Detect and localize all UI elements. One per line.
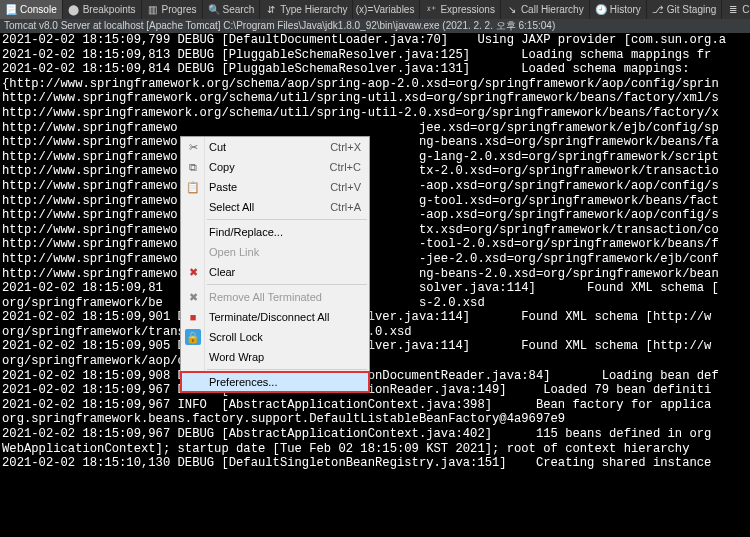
menu-item-label: Terminate/Disconnect All	[209, 311, 329, 323]
console-line: 2021-02-02 18:15:09,967 DEBUG [AbstractB…	[2, 383, 748, 398]
menu-cut[interactable]: ✂CutCtrl+X	[181, 137, 369, 157]
tab-expressions[interactable]: ᵡ⁺Expressions	[420, 0, 500, 19]
console-line: http://www.springframewo ng-beans-2.0.xs…	[2, 267, 748, 282]
menu-find-replace[interactable]: Find/Replace...	[181, 222, 369, 242]
menu-item-shortcut: Ctrl+X	[330, 141, 361, 153]
type-hierarchy-icon: ⇵	[265, 4, 277, 16]
console-line: http://www.springframewo tx-2.0.xsd=org/…	[2, 164, 748, 179]
console-line: org/springframework/aop/config/spring-ao…	[2, 354, 748, 369]
menu-open-link: Open Link	[181, 242, 369, 262]
menu-word-wrap[interactable]: Word Wrap	[181, 347, 369, 367]
console-line: 2021-02-02 18:15:09,908 DEBUG [DefaultBe…	[2, 369, 748, 384]
console-line: 2021-02-02 18:15:10,130 DEBUG [DefaultSi…	[2, 456, 748, 471]
tab-label: History	[610, 4, 641, 15]
menu-item-label: Open Link	[209, 246, 259, 258]
console-line: 2021-02-02 18:15:09,799 DEBUG [DefaultDo…	[2, 33, 748, 48]
menu-paste[interactable]: 📋PasteCtrl+V	[181, 177, 369, 197]
console-line: http://www.springframework.org/schema/ut…	[2, 91, 748, 106]
expressions-icon: ᵡ⁺	[425, 4, 437, 16]
menu-clear[interactable]: ✖Clear	[181, 262, 369, 282]
console-line: 2021-02-02 18:15:09,901 DEBUG [Pluggable…	[2, 310, 748, 325]
console-icon: 📃	[5, 4, 17, 16]
console-line: http://www.springframewo ng-beans.xsd=or…	[2, 135, 748, 150]
tab-breakpoints[interactable]: ⬤Breakpoints	[63, 0, 142, 19]
tab-variables[interactable]: (x)=Variables	[353, 0, 420, 19]
console-line: http://www.springframewo -aop.xsd=org/sp…	[2, 208, 748, 223]
menu-item-shortcut: Ctrl+A	[330, 201, 361, 213]
scroll-lock-icon: 🔒	[185, 329, 201, 345]
variables-icon: (x)=	[358, 4, 370, 16]
call-hierarchy-icon: ↘	[506, 4, 518, 16]
console-line: http://www.springframewo tx.xsd=org/spri…	[2, 223, 748, 238]
tab-call-hierarchy[interactable]: ↘Call Hierarchy	[501, 0, 590, 19]
terminate-disconnect-all-icon: ■	[185, 309, 201, 325]
menu-item-label: Preferences...	[209, 376, 277, 388]
clear-icon: ✖	[185, 264, 201, 280]
menu-item-shortcut: Ctrl+C	[330, 161, 361, 173]
menu-separator	[207, 219, 367, 220]
menu-scroll-lock[interactable]: 🔒Scroll Lock	[181, 327, 369, 347]
tab-label: Breakpoints	[83, 4, 136, 15]
menu-item-label: Find/Replace...	[209, 226, 283, 238]
console-line: http://www.springframewo -jee-2.0.xsd=or…	[2, 252, 748, 267]
console-line: 2021-02-02 18:15:09,814 DEBUG [Pluggable…	[2, 62, 748, 77]
menu-item-label: Clear	[209, 266, 235, 278]
console-line: WebApplicationContext]; startup date [Tu…	[2, 442, 748, 457]
menu-terminate-disconnect-all[interactable]: ■Terminate/Disconnect All	[181, 307, 369, 327]
menu-copy[interactable]: ⧉CopyCtrl+C	[181, 157, 369, 177]
tab-type-hierarchy[interactable]: ⇵Type Hierarchy	[260, 0, 353, 19]
menu-item-label: Word Wrap	[209, 351, 264, 363]
tab-label: Search	[223, 4, 255, 15]
tab-search[interactable]: 🔍Search	[203, 0, 261, 19]
console-line: 2021-02-02 18:15:09,81 solver.java:114] …	[2, 281, 748, 296]
remove-all-terminated-icon: ✖	[185, 289, 201, 305]
tab-label: Variables	[373, 4, 414, 15]
console-line: org/springframework/be s-2.0.xsd	[2, 296, 748, 311]
console-line: 2021-02-02 18:15:09,905 DEBUG [Pluggable…	[2, 339, 748, 354]
tab-label: Git Staging	[667, 4, 716, 15]
console-line: {http://www.springframework.org/schema/a…	[2, 77, 748, 92]
menu-item-label: Cut	[209, 141, 226, 153]
console-line: 2021-02-02 18:15:09,967 INFO [AbstractAp…	[2, 398, 748, 413]
menu-item-label: Paste	[209, 181, 237, 193]
menu-preferences[interactable]: Preferences...	[180, 371, 370, 393]
cut-icon: ✂	[185, 139, 201, 155]
tab-compare-sampas[interactable]: ≣Compare SAMPas	[722, 0, 750, 19]
tab-label: Call Hierarchy	[521, 4, 584, 15]
menu-item-label: Remove All Terminated	[209, 291, 322, 303]
console-line: org/springframework/transaction/config/s…	[2, 325, 748, 340]
search-icon: 🔍	[208, 4, 220, 16]
console-context-menu: ✂CutCtrl+X⧉CopyCtrl+C📋PasteCtrl+VSelect …	[180, 136, 370, 393]
progres-icon: ▥	[147, 4, 159, 16]
console-line: org.springframework.beans.factory.suppor…	[2, 412, 748, 427]
tab-label: Progres	[162, 4, 197, 15]
tab-history[interactable]: 🕘History	[590, 0, 647, 19]
menu-separator	[207, 369, 367, 370]
console-line: http://www.springframewo -tool-2.0.xsd=o…	[2, 237, 748, 252]
tab-progres[interactable]: ▥Progres	[142, 0, 203, 19]
menu-separator	[207, 284, 367, 285]
menu-remove-all-terminated: ✖Remove All Terminated	[181, 287, 369, 307]
console-line: http://www.springframewo jee.xsd=org/spr…	[2, 121, 748, 136]
view-tab-bar: 📃Console⬤Breakpoints▥Progres🔍Search⇵Type…	[0, 0, 750, 19]
tab-label: Compare SAMPas	[742, 4, 750, 15]
tab-console[interactable]: 📃Console	[0, 0, 63, 19]
tab-label: Type Hierarchy	[280, 4, 347, 15]
menu-item-label: Select All	[209, 201, 254, 213]
compare-sampas-icon: ≣	[727, 4, 739, 16]
menu-select-all[interactable]: Select AllCtrl+A	[181, 197, 369, 217]
console-line: 2021-02-02 18:15:09,967 DEBUG [AbstractA…	[2, 427, 748, 442]
tab-label: Console	[20, 4, 57, 15]
menu-item-label: Scroll Lock	[209, 331, 263, 343]
console-line: http://www.springframework.org/schema/ut…	[2, 106, 748, 121]
console-process-label: Tomcat v8.0 Server at localhost [Apache …	[0, 19, 750, 33]
console-line: http://www.springframewo g-lang-2.0.xsd=…	[2, 150, 748, 165]
console-output[interactable]: 2021-02-02 18:15:09,799 DEBUG [DefaultDo…	[0, 33, 750, 537]
menu-item-label: Copy	[209, 161, 235, 173]
tab-git-staging[interactable]: ⎇Git Staging	[647, 0, 722, 19]
console-line: http://www.springframewo -aop.xsd=org/sp…	[2, 179, 748, 194]
paste-icon: 📋	[185, 179, 201, 195]
breakpoints-icon: ⬤	[68, 4, 80, 16]
menu-item-shortcut: Ctrl+V	[330, 181, 361, 193]
history-icon: 🕘	[595, 4, 607, 16]
